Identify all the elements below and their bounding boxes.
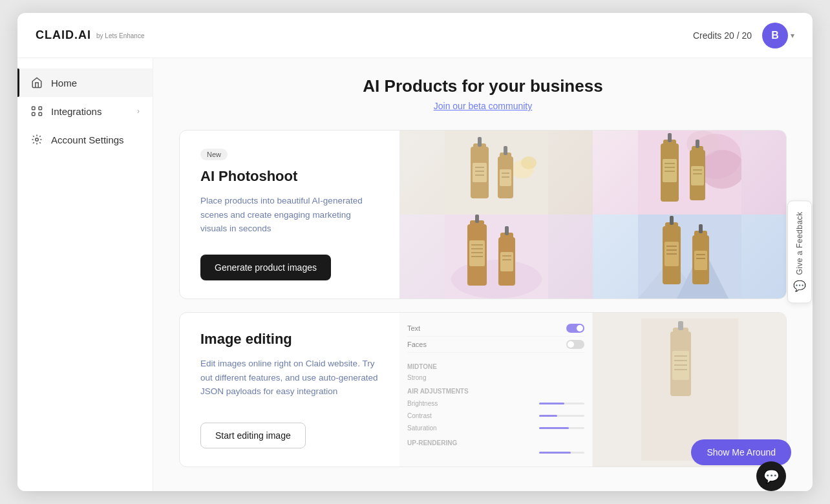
render-slider[interactable]	[539, 452, 584, 454]
svg-rect-2	[32, 112, 36, 116]
slider-row-1: Brightness	[407, 397, 584, 410]
svg-point-4	[36, 138, 39, 142]
logo-text: CLAID.AI	[36, 28, 91, 42]
color-section: Midtone Strong	[407, 363, 584, 383]
sidebar-label-integrations: Integrations	[51, 106, 101, 117]
tools-section: Up-rendering	[407, 439, 584, 456]
chat-button[interactable]: 💬	[756, 461, 786, 491]
logo-sub: by Lets Enhance	[96, 32, 145, 39]
image-editing-desc: Edit images online right on Claid websit…	[200, 357, 379, 407]
feedback-button[interactable]: Give a Feedback 💬	[787, 200, 812, 303]
home-icon	[30, 76, 43, 89]
slider-row-2: Contrast	[407, 410, 584, 422]
svg-rect-34	[696, 140, 699, 148]
svg-rect-1	[39, 107, 42, 110]
sidebar-label-account-settings: Account Settings	[51, 134, 124, 145]
svg-rect-50	[505, 226, 509, 235]
svg-rect-51	[500, 252, 513, 271]
toggle-2[interactable]	[566, 340, 584, 349]
svg-rect-11	[473, 163, 487, 182]
integrations-icon	[30, 105, 43, 118]
ai-photoshoot-images	[399, 131, 786, 299]
settings-icon	[30, 133, 43, 146]
svg-rect-59	[670, 216, 674, 225]
svg-rect-73	[678, 321, 683, 330]
ai-photoshoot-badge: New	[200, 149, 228, 160]
svg-rect-42	[475, 215, 479, 223]
image-editing-title: Image editing	[200, 331, 379, 348]
feedback-icon: 💬	[793, 280, 806, 293]
beta-link[interactable]: Join our beta community	[434, 101, 533, 111]
user-avatar-wrapper[interactable]: B ▾	[762, 23, 794, 48]
saturation-slider[interactable]	[539, 427, 584, 429]
app-window: CLAID.AI by Lets Enhance Credits 20 / 20…	[17, 13, 813, 491]
panel-toggle-row-1: Text	[407, 320, 584, 337]
page-title: AI Products for your business	[179, 76, 787, 96]
toggle-1[interactable]	[566, 324, 584, 333]
product-image-2	[593, 131, 786, 215]
tools-title: Up-rendering	[407, 439, 584, 446]
generate-product-images-button[interactable]: Generate product images	[200, 255, 331, 280]
avatar[interactable]: B	[762, 23, 788, 48]
product-image-4	[593, 215, 786, 299]
chat-icon: 💬	[763, 468, 780, 484]
show-me-around-button[interactable]: Show Me Around	[691, 439, 791, 465]
sidebar-item-account-settings[interactable]: Account Settings	[17, 125, 153, 154]
svg-point-39	[451, 260, 542, 299]
svg-rect-43	[469, 240, 485, 266]
top-bar: CLAID.AI by Lets Enhance Credits 20 / 20…	[17, 13, 813, 58]
feedback-label: Give a Feedback	[795, 211, 804, 275]
panel-toggle-row-2: Faces	[407, 337, 584, 353]
content-area: AI Products for your business Join our b…	[153, 58, 813, 491]
sidebar-item-integrations[interactable]: Integrations ›	[17, 97, 153, 125]
editing-controls-panel: Text Faces	[399, 313, 593, 467]
svg-rect-10	[478, 137, 482, 147]
svg-rect-0	[32, 107, 36, 110]
svg-rect-18	[500, 169, 511, 186]
credits-label: Credits 20 / 20	[693, 30, 752, 41]
adj-section-title: Air adjustments	[407, 388, 584, 395]
svg-rect-35	[691, 166, 704, 185]
svg-rect-67	[694, 251, 707, 270]
product-image-1	[399, 131, 593, 215]
product-image-3	[399, 215, 593, 299]
sidebar-item-home[interactable]: Home	[17, 68, 153, 97]
logo: CLAID.AI by Lets Enhance	[36, 28, 145, 42]
svg-rect-27	[668, 133, 672, 142]
contrast-slider[interactable]	[539, 415, 584, 417]
chevron-down-icon: ▾	[791, 31, 794, 40]
color-section-title: Midtone	[407, 363, 584, 370]
svg-rect-17	[504, 146, 507, 155]
ai-photoshoot-card: New AI Photoshoot Place products into be…	[179, 130, 787, 299]
adjustments-section: Air adjustments Brightness Contrast	[407, 388, 584, 434]
ai-photoshoot-title: AI Photoshoot	[200, 168, 379, 185]
sidebar-label-home: Home	[51, 78, 77, 89]
slider-row-3: Saturation	[407, 422, 584, 434]
page-header: AI Products for your business Join our b…	[179, 76, 787, 112]
svg-point-7	[521, 156, 537, 169]
image-editing-card-left: Image editing Edit images online right o…	[180, 313, 399, 467]
svg-rect-3	[39, 112, 42, 116]
sidebar: Home Integrations ›	[17, 58, 153, 491]
main-layout: Home Integrations ›	[17, 58, 813, 491]
brightness-slider[interactable]	[539, 403, 584, 404]
chevron-right-icon: ›	[137, 107, 140, 116]
svg-rect-66	[699, 224, 703, 233]
svg-rect-28	[663, 159, 677, 182]
ai-photoshoot-desc: Place products into beautiful AI-generat…	[200, 194, 379, 239]
start-editing-image-button[interactable]: Start editing image	[200, 423, 306, 448]
top-right: Credits 20 / 20 B ▾	[693, 23, 794, 48]
ai-photoshoot-card-left: New AI Photoshoot Place products into be…	[180, 131, 399, 299]
